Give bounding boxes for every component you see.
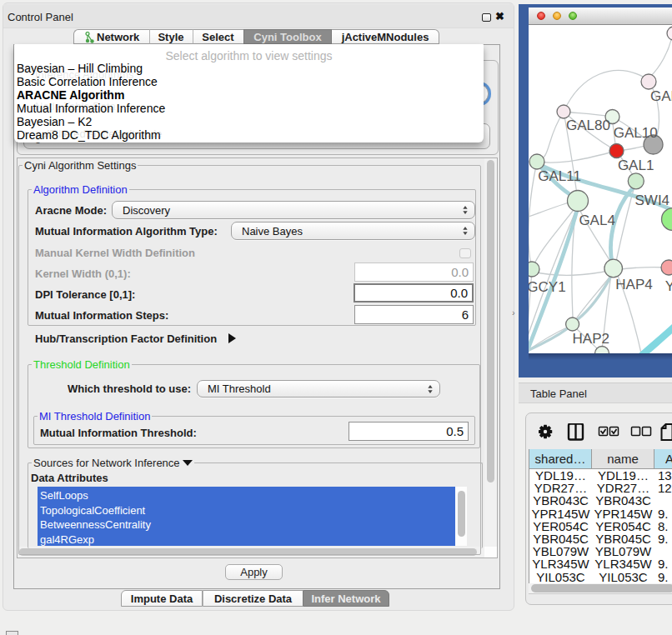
svg-text:SWI4: SWI4 [635,192,670,208]
svg-text:GAL4: GAL4 [579,212,614,228]
svg-text:HAP4: HAP4 [615,277,652,292]
svg-text:GAL1: GAL1 [618,158,654,173]
svg-text:GCY1: GCY1 [529,279,566,295]
svg-text:GAL80: GAL80 [566,118,610,133]
svg-text:HAP2: HAP2 [573,331,609,347]
svg-text:Y: Y [665,278,672,294]
svg-text:GAL7: GAL7 [650,88,672,104]
svg-text:GAL10: GAL10 [614,125,658,141]
svg-text:GAL11: GAL11 [538,168,581,184]
